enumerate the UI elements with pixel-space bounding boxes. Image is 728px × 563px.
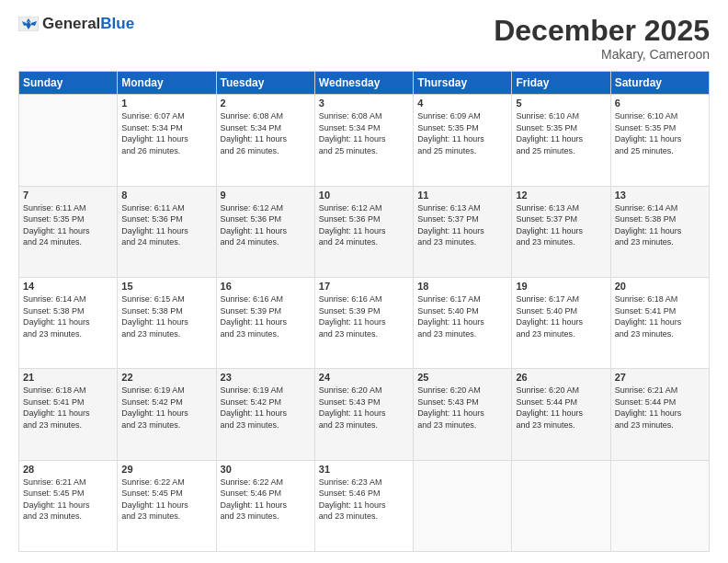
day-number: 26 [516, 372, 606, 383]
calendar-week-row: 21Sunrise: 6:18 AMSunset: 5:41 PMDayligh… [19, 369, 710, 460]
calendar-week-row: 28Sunrise: 6:21 AMSunset: 5:45 PMDayligh… [19, 460, 710, 551]
day-number: 1 [121, 98, 211, 109]
day-info: Sunrise: 6:10 AMSunset: 5:35 PMDaylight:… [615, 110, 705, 156]
day-info: Sunrise: 6:21 AMSunset: 5:44 PMDaylight:… [615, 385, 705, 431]
col-tuesday: Tuesday [216, 72, 314, 95]
day-info: Sunrise: 6:10 AMSunset: 5:35 PMDaylight:… [516, 110, 606, 156]
table-row: 15Sunrise: 6:15 AMSunset: 5:38 PMDayligh… [118, 277, 216, 368]
day-number: 22 [121, 372, 211, 383]
calendar-week-row: 7Sunrise: 6:11 AMSunset: 5:35 PMDaylight… [19, 186, 710, 277]
day-info: Sunrise: 6:21 AMSunset: 5:45 PMDaylight:… [23, 477, 113, 523]
logo-blue: Blue [100, 15, 134, 32]
day-info: Sunrise: 6:22 AMSunset: 5:46 PMDaylight:… [221, 477, 311, 523]
calendar-week-row: 14Sunrise: 6:14 AMSunset: 5:38 PMDayligh… [19, 277, 710, 368]
day-info: Sunrise: 6:14 AMSunset: 5:38 PMDaylight:… [23, 293, 113, 339]
day-info: Sunrise: 6:08 AMSunset: 5:34 PMDaylight:… [221, 110, 311, 156]
day-info: Sunrise: 6:09 AMSunset: 5:35 PMDaylight:… [417, 110, 507, 156]
day-number: 5 [516, 98, 606, 109]
table-row: 12Sunrise: 6:13 AMSunset: 5:37 PMDayligh… [512, 186, 610, 277]
day-info: Sunrise: 6:18 AMSunset: 5:41 PMDaylight:… [23, 385, 113, 431]
day-info: Sunrise: 6:12 AMSunset: 5:36 PMDaylight:… [319, 202, 409, 248]
day-info: Sunrise: 6:07 AMSunset: 5:34 PMDaylight:… [121, 110, 211, 156]
day-info: Sunrise: 6:19 AMSunset: 5:42 PMDaylight:… [221, 385, 311, 431]
col-sunday: Sunday [19, 72, 118, 95]
table-row [512, 460, 610, 551]
header: GeneralBlue December 2025 Makary, Camero… [18, 15, 710, 62]
day-number: 3 [319, 98, 409, 109]
day-info: Sunrise: 6:14 AMSunset: 5:38 PMDaylight:… [615, 202, 705, 248]
table-row [414, 460, 512, 551]
day-info: Sunrise: 6:13 AMSunset: 5:37 PMDaylight:… [417, 202, 507, 248]
day-number: 2 [221, 98, 311, 109]
col-wednesday: Wednesday [314, 72, 413, 95]
day-number: 12 [516, 190, 606, 201]
col-thursday: Thursday [414, 72, 512, 95]
table-row: 18Sunrise: 6:17 AMSunset: 5:40 PMDayligh… [414, 277, 512, 368]
col-monday: Monday [118, 72, 216, 95]
calendar-table: Sunday Monday Tuesday Wednesday Thursday… [18, 71, 710, 552]
day-number: 13 [615, 190, 705, 201]
day-info: Sunrise: 6:15 AMSunset: 5:38 PMDaylight:… [121, 293, 211, 339]
table-row: 26Sunrise: 6:20 AMSunset: 5:44 PMDayligh… [512, 369, 610, 460]
table-row: 2Sunrise: 6:08 AMSunset: 5:34 PMDaylight… [216, 95, 314, 186]
day-number: 15 [121, 281, 211, 292]
col-friday: Friday [512, 72, 610, 95]
day-number: 9 [221, 190, 311, 201]
logo: GeneralBlue [18, 15, 134, 33]
day-info: Sunrise: 6:20 AMSunset: 5:43 PMDaylight:… [417, 385, 507, 431]
day-info: Sunrise: 6:20 AMSunset: 5:44 PMDaylight:… [516, 385, 606, 431]
table-row: 25Sunrise: 6:20 AMSunset: 5:43 PMDayligh… [414, 369, 512, 460]
table-row: 1Sunrise: 6:07 AMSunset: 5:34 PMDaylight… [118, 95, 216, 186]
day-info: Sunrise: 6:12 AMSunset: 5:36 PMDaylight:… [221, 202, 311, 248]
table-row [19, 95, 118, 186]
table-row: 8Sunrise: 6:11 AMSunset: 5:36 PMDaylight… [118, 186, 216, 277]
day-number: 8 [121, 190, 211, 201]
day-info: Sunrise: 6:20 AMSunset: 5:43 PMDaylight:… [319, 385, 409, 431]
day-number: 25 [417, 372, 507, 383]
table-row: 31Sunrise: 6:23 AMSunset: 5:46 PMDayligh… [314, 460, 413, 551]
day-info: Sunrise: 6:17 AMSunset: 5:40 PMDaylight:… [516, 293, 606, 339]
day-number: 30 [221, 464, 311, 475]
day-info: Sunrise: 6:13 AMSunset: 5:37 PMDaylight:… [516, 202, 606, 248]
logo-icon [18, 17, 39, 31]
day-number: 29 [121, 464, 211, 475]
table-row: 29Sunrise: 6:22 AMSunset: 5:45 PMDayligh… [118, 460, 216, 551]
table-row: 23Sunrise: 6:19 AMSunset: 5:42 PMDayligh… [216, 369, 314, 460]
day-number: 31 [319, 464, 409, 475]
day-number: 10 [319, 190, 409, 201]
table-row: 10Sunrise: 6:12 AMSunset: 5:36 PMDayligh… [314, 186, 413, 277]
day-info: Sunrise: 6:16 AMSunset: 5:39 PMDaylight:… [319, 293, 409, 339]
table-row: 20Sunrise: 6:18 AMSunset: 5:41 PMDayligh… [610, 277, 709, 368]
table-row [610, 460, 709, 551]
table-row: 21Sunrise: 6:18 AMSunset: 5:41 PMDayligh… [19, 369, 118, 460]
day-info: Sunrise: 6:23 AMSunset: 5:46 PMDaylight:… [319, 477, 409, 523]
table-row: 6Sunrise: 6:10 AMSunset: 5:35 PMDaylight… [610, 95, 709, 186]
table-row: 22Sunrise: 6:19 AMSunset: 5:42 PMDayligh… [118, 369, 216, 460]
day-info: Sunrise: 6:11 AMSunset: 5:35 PMDaylight:… [23, 202, 113, 248]
table-row: 5Sunrise: 6:10 AMSunset: 5:35 PMDaylight… [512, 95, 610, 186]
table-row: 9Sunrise: 6:12 AMSunset: 5:36 PMDaylight… [216, 186, 314, 277]
day-info: Sunrise: 6:16 AMSunset: 5:39 PMDaylight:… [221, 293, 311, 339]
table-row: 3Sunrise: 6:08 AMSunset: 5:34 PMDaylight… [314, 95, 413, 186]
logo-text: GeneralBlue [42, 15, 134, 33]
header-row: Sunday Monday Tuesday Wednesday Thursday… [19, 72, 710, 95]
day-number: 11 [417, 190, 507, 201]
day-number: 6 [615, 98, 705, 109]
day-number: 7 [23, 190, 113, 201]
table-row: 11Sunrise: 6:13 AMSunset: 5:37 PMDayligh… [414, 186, 512, 277]
day-info: Sunrise: 6:22 AMSunset: 5:45 PMDaylight:… [121, 477, 211, 523]
day-number: 20 [615, 281, 705, 292]
day-number: 17 [319, 281, 409, 292]
col-saturday: Saturday [610, 72, 709, 95]
table-row: 19Sunrise: 6:17 AMSunset: 5:40 PMDayligh… [512, 277, 610, 368]
table-row: 17Sunrise: 6:16 AMSunset: 5:39 PMDayligh… [314, 277, 413, 368]
day-number: 21 [23, 372, 113, 383]
day-info: Sunrise: 6:08 AMSunset: 5:34 PMDaylight:… [319, 110, 409, 156]
table-row: 7Sunrise: 6:11 AMSunset: 5:35 PMDaylight… [19, 186, 118, 277]
table-row: 16Sunrise: 6:16 AMSunset: 5:39 PMDayligh… [216, 277, 314, 368]
month-title: December 2025 [494, 15, 710, 47]
day-number: 23 [221, 372, 311, 383]
day-number: 16 [221, 281, 311, 292]
day-info: Sunrise: 6:11 AMSunset: 5:36 PMDaylight:… [121, 202, 211, 248]
location: Makary, Cameroon [494, 47, 710, 62]
